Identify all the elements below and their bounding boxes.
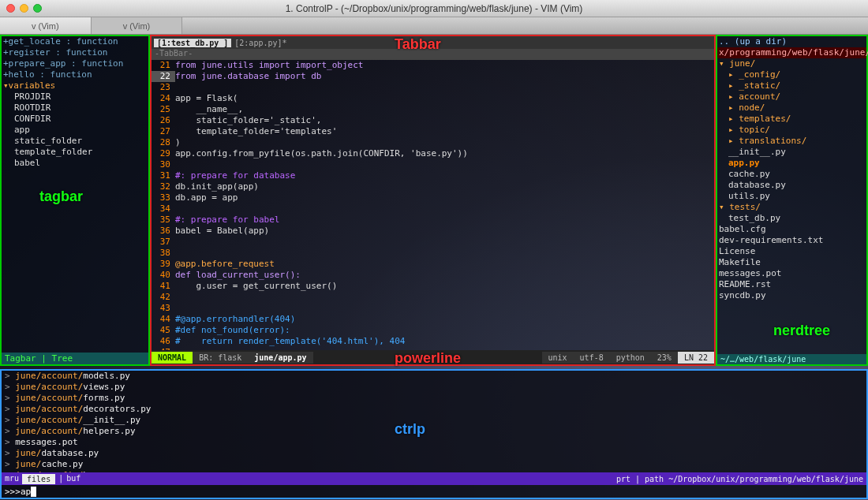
ctrlp-result[interactable]: > june/account/models.py bbox=[2, 371, 866, 382]
code-line[interactable]: 28) bbox=[152, 137, 714, 148]
code-line[interactable]: 33db.app = app bbox=[152, 192, 714, 203]
nerdtree-file[interactable]: test_db.py bbox=[717, 213, 866, 224]
nerdtree-dir[interactable]: ▾ tests/ bbox=[717, 202, 866, 213]
ctrlp-mode-files[interactable]: files bbox=[22, 474, 55, 484]
code-line[interactable]: 43 bbox=[152, 303, 714, 314]
code-line[interactable]: 40def load_current_user(): bbox=[152, 270, 714, 281]
code-line[interactable]: 23 bbox=[152, 82, 714, 93]
code-line[interactable]: 32db.init_app(app) bbox=[152, 181, 714, 192]
code-line[interactable]: 27 template_folder='templates' bbox=[152, 126, 714, 137]
line-number: 33 bbox=[152, 192, 175, 203]
code-text: __name__, bbox=[175, 104, 714, 115]
code-line[interactable]: 21from june.utils import import_object bbox=[152, 60, 714, 71]
nerdtree-file[interactable]: database.py bbox=[717, 180, 866, 191]
nerdtree-dir[interactable]: ▸ translations/ bbox=[717, 136, 866, 147]
ctrlp-mode-mru[interactable]: mru bbox=[5, 474, 19, 484]
ctrlp-mode-buf[interactable]: buf bbox=[66, 474, 80, 484]
ctrlp-prompt[interactable]: >>> ap_ bbox=[2, 485, 866, 498]
code-line[interactable]: 24app = Flask( bbox=[152, 93, 714, 104]
code-text: ) bbox=[175, 137, 714, 148]
line-number: 35 bbox=[152, 215, 175, 226]
editor-pane[interactable]: [1:test_db.py ] [2:app.py]* -TabBar- 21f… bbox=[150, 35, 716, 366]
nerdtree-dir[interactable]: ▾ june/ bbox=[717, 58, 866, 69]
code-line[interactable]: 38 bbox=[152, 248, 714, 259]
ctrlp-result[interactable]: > june/cache.py bbox=[2, 459, 866, 470]
tagbar-variable[interactable]: static_folder bbox=[3, 136, 147, 147]
code-line[interactable]: 35#: prepare for babel bbox=[152, 215, 714, 226]
nerdtree-file[interactable]: babel.cfg bbox=[717, 224, 866, 235]
nerdtree-dir[interactable]: ▸ _static/ bbox=[717, 80, 866, 91]
line-number: 24 bbox=[152, 93, 175, 104]
code-line[interactable]: 30 bbox=[152, 159, 714, 170]
nerdtree-root: x/programming/web/flask/june/ bbox=[717, 47, 866, 58]
nerdtree-dir[interactable]: ▸ topic/ bbox=[717, 125, 866, 136]
tagbar-variable[interactable]: PROJDIR bbox=[3, 91, 147, 103]
code-text: #: prepare for database bbox=[175, 170, 714, 181]
nerdtree-file[interactable]: app.py bbox=[717, 158, 866, 169]
nerdtree-file[interactable]: utils.py bbox=[717, 191, 866, 202]
tagbar-variable[interactable]: app bbox=[3, 125, 147, 136]
mac-tab[interactable]: v (Vim) bbox=[92, 17, 183, 34]
nerdtree-file[interactable]: README.rst bbox=[717, 279, 866, 290]
nerdtree-file[interactable]: cache.py bbox=[717, 169, 866, 180]
code-line[interactable]: 25 __name__, bbox=[152, 104, 714, 115]
nerdtree-file[interactable]: dev-requirements.txt bbox=[717, 235, 866, 246]
nerdtree-file[interactable]: Makefile bbox=[717, 257, 866, 268]
nerdtree-dir[interactable]: ▸ _config/ bbox=[717, 69, 866, 80]
code-line[interactable]: 46# return render_template('404.html'), … bbox=[152, 336, 714, 347]
ctrlp-result[interactable]: > messages.pot bbox=[2, 437, 866, 448]
nerdtree-file[interactable]: messages.pot bbox=[717, 268, 866, 279]
ctrlp-result[interactable]: > june/account/helpers.py bbox=[2, 426, 866, 437]
code-line[interactable]: 31#: prepare for database bbox=[152, 170, 714, 181]
code-line[interactable]: 26 static_folder='_static', bbox=[152, 115, 714, 126]
nerdtree-file[interactable]: syncdb.py bbox=[717, 290, 866, 301]
tagbar-function[interactable]: +prepare_app : function bbox=[3, 58, 147, 69]
code-text: app.config.from_pyfile(os.path.join(CONF… bbox=[175, 148, 714, 159]
ctrlp-result[interactable]: > june/account/forms.py bbox=[2, 393, 866, 404]
ctrlp-result[interactable]: > june/account/__init__.py bbox=[2, 415, 866, 426]
tagbar-variable[interactable]: template_folder bbox=[3, 147, 147, 158]
code-line[interactable]: 44#@app.errorhandler(404) bbox=[152, 314, 714, 325]
tagbar-function[interactable]: +get_locale : function bbox=[3, 36, 147, 47]
nerdtree-dir[interactable]: ▸ account/ bbox=[717, 91, 866, 103]
powerline-filetype: python bbox=[610, 352, 651, 364]
tagbar-function[interactable]: +hello : function bbox=[3, 69, 147, 80]
nerdtree-pane[interactable]: .. (up a dir) x/programming/web/flask/ju… bbox=[716, 35, 868, 366]
tagbar-section[interactable]: ▾variables bbox=[3, 80, 147, 91]
nerdtree-file[interactable]: __init__.py bbox=[717, 147, 866, 158]
code-line[interactable]: 41 g.user = get_current_user() bbox=[152, 281, 714, 292]
editor-tab[interactable]: [1:test_db.py ] bbox=[154, 39, 231, 47]
nerdtree-dir[interactable]: ▸ node/ bbox=[717, 103, 866, 114]
code-text: def load_current_user(): bbox=[175, 270, 714, 281]
tagbar-variable[interactable]: CONFDIR bbox=[3, 114, 147, 125]
code-area[interactable]: 21from june.utils import import_object22… bbox=[152, 60, 714, 350]
tagbar-variable[interactable]: babel bbox=[3, 158, 147, 169]
code-text bbox=[175, 237, 714, 248]
tagbar-content: +get_locale : function+register : functi… bbox=[2, 36, 148, 169]
nerdtree-dir[interactable]: ▸ templates/ bbox=[717, 114, 866, 125]
code-line[interactable]: 22from june.database import db bbox=[152, 71, 714, 82]
code-line[interactable]: 37 bbox=[152, 237, 714, 248]
code-line[interactable]: 39@app.before_request bbox=[152, 259, 714, 270]
tagbar-function[interactable]: +register : function bbox=[3, 47, 147, 58]
tagbar-pane[interactable]: +get_locale : function+register : functi… bbox=[0, 35, 150, 366]
line-number: 22 bbox=[152, 71, 175, 82]
nerdtree-file[interactable]: License bbox=[717, 246, 866, 257]
powerline-branch: BR: flask bbox=[193, 352, 248, 364]
ctrlp-result[interactable]: > june/database.py bbox=[2, 448, 866, 459]
ctrlp-result[interactable]: > june/account/views.py bbox=[2, 382, 866, 393]
mac-tab[interactable]: v (Vim) bbox=[0, 17, 92, 34]
code-line[interactable]: 36babel = Babel(app) bbox=[152, 226, 714, 237]
tagbar-variable[interactable]: ROOTDIR bbox=[3, 103, 147, 114]
line-number: 29 bbox=[152, 148, 175, 159]
code-text: #def not_found(error): bbox=[175, 325, 714, 336]
editor-tab[interactable]: [2:app.py]* bbox=[231, 39, 290, 47]
code-line[interactable]: 29app.config.from_pyfile(os.path.join(CO… bbox=[152, 148, 714, 159]
ctrlp-result[interactable]: > june/account/decorators.py bbox=[2, 404, 866, 415]
code-line[interactable]: 45#def not_found(error): bbox=[152, 325, 714, 336]
line-number: 25 bbox=[152, 104, 175, 115]
nerdtree-up[interactable]: .. (up a dir) bbox=[717, 36, 866, 47]
ctrlp-pane[interactable]: > june/account/models.py> june/account/v… bbox=[0, 369, 868, 499]
code-line[interactable]: 42 bbox=[152, 292, 714, 303]
code-line[interactable]: 34 bbox=[152, 203, 714, 215]
